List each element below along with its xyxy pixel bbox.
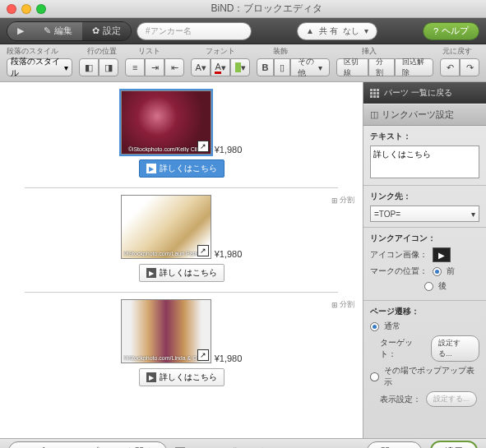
traffic-lights (7, 4, 46, 14)
anchor-input[interactable]: #アンカー名 (137, 22, 252, 40)
merge-button[interactable]: 回込解除 (395, 58, 433, 76)
product-image[interactable]: ©iStockphoto.com/Kelly Cline ↗ (121, 90, 211, 155)
content-item: ⊞分割 ©iStockphoto.com/Linda & Colin Mc ↗ … (25, 299, 338, 386)
share-dropdown[interactable]: ▲共 有なし▾ (297, 22, 377, 40)
mode-segment: ▶ ✎編集 ✿設定 (7, 21, 132, 41)
product-image[interactable]: ©iStockphoto.com/Linda & Colin Mc ↗ (121, 299, 211, 363)
paragraph-style-dropdown[interactable]: 段落のスタイル▾ (7, 58, 72, 76)
zoom-window-button[interactable] (36, 4, 46, 14)
close-window-button[interactable] (7, 4, 16, 14)
undo-button[interactable]: ↶ (440, 58, 460, 76)
list-outdent-button[interactable]: ⇤ (164, 58, 184, 76)
other-format-button[interactable]: その他▾ (290, 58, 329, 76)
titlebar: BiND：ブロックエディタ (0, 0, 486, 18)
text-input[interactable] (370, 145, 479, 178)
arrow-icon: ▶ (146, 164, 156, 173)
quote-button[interactable]: ▯ (274, 58, 291, 76)
detail-link-button[interactable]: ▶ 詳しくはこちら (139, 368, 224, 386)
help-button[interactable]: ?ヘルプ (423, 22, 479, 40)
settings-button[interactable]: ✿設定 (82, 22, 131, 40)
detail-link-button[interactable]: ▶ 詳しくはこちら (139, 264, 224, 282)
link-label: リンク先： (370, 191, 479, 202)
insert-split-button[interactable]: 分割 (368, 58, 395, 76)
bold-button[interactable]: B (257, 58, 274, 76)
arrow-icon: ▶ (146, 268, 156, 278)
window-title: BiND：ブロックエディタ (54, 2, 479, 16)
expand-icon[interactable]: ↗ (197, 245, 209, 256)
product-image[interactable]: ©iStockphoto.com/Lauri Patterson ↗ (121, 195, 211, 259)
grid-icon (370, 89, 379, 98)
content-item: ⊞分割 ©iStockphoto.com/Lauri Patterson ↗ ¥… (25, 195, 338, 282)
price-label: ¥1,980 (215, 249, 243, 259)
expand-icon[interactable]: ↗ (197, 349, 209, 361)
link-target-dropdown[interactable]: =TOP=▾ (370, 206, 479, 222)
main-toolbar: ▶ ✎編集 ✿設定 #アンカー名 ▲共 有なし▾ ?ヘルプ (0, 18, 486, 44)
main-area: ©iStockphoto.com/Kelly Cline ↗ ¥1,980 ▶ … (0, 82, 486, 438)
template-button[interactable]: ☰ ブロックテンプレートを開く (8, 441, 167, 448)
price-label: ¥1,980 (215, 353, 243, 363)
insert-divider-button[interactable]: 区切線 (336, 58, 368, 76)
font-color-button[interactable]: A▾ (211, 58, 230, 76)
position-before-radio[interactable] (433, 267, 442, 276)
format-bar: 段落のスタイル 行の位置 リスト フォント 装飾 挿入 元に戻す 段落のスタイル… (0, 44, 486, 82)
align-right-button[interactable]: ◨ (99, 58, 118, 76)
minimize-window-button[interactable] (21, 4, 31, 14)
arrow-icon: ▶ (146, 372, 156, 382)
split-marker[interactable]: ⊞分割 (331, 195, 354, 206)
play-button[interactable]: ▶ (7, 22, 34, 40)
panel-header: ◫ リンクパーツ設定 (363, 104, 486, 126)
font-button[interactable]: A▾ (191, 58, 211, 76)
list-indent-button[interactable]: ⇥ (145, 58, 164, 76)
display-settings-button: 設定する... (426, 391, 477, 407)
transition-label: ページ遷移： (370, 306, 479, 317)
canvas[interactable]: ©iStockphoto.com/Kelly Cline ↗ ¥1,980 ▶ … (0, 82, 363, 438)
split-marker[interactable]: ⊞分割 (331, 299, 354, 310)
detail-link-button[interactable]: ▶ 詳しくはこちら (139, 159, 224, 178)
highlight-button[interactable]: ▾ (230, 58, 250, 76)
edit-button[interactable]: ✎編集 (34, 22, 82, 40)
redo-button[interactable]: ↷ (460, 58, 479, 76)
close-button[interactable]: 閉じる (367, 441, 422, 448)
expand-icon[interactable]: ↗ (197, 141, 209, 152)
icon-section-label: リンクアイコン： (370, 233, 479, 244)
footer: ☰ ブロックテンプレートを開く エディタの背景を反転 閉じる 適用 (0, 438, 486, 448)
apply-button[interactable]: 適用 (430, 441, 478, 448)
align-left-button[interactable]: ◧ (79, 58, 99, 76)
transition-popup-radio[interactable] (370, 372, 379, 381)
price-label: ¥1,980 (215, 145, 243, 155)
text-label: テキスト： (370, 131, 479, 142)
transition-normal-radio[interactable] (370, 322, 379, 331)
icon-picker-button[interactable]: ▶ (433, 247, 451, 262)
content-item: ©iStockphoto.com/Kelly Cline ↗ ¥1,980 ▶ … (25, 90, 338, 178)
back-to-parts-button[interactable]: パーツ 一覧に戻る (363, 82, 486, 104)
position-after-radio[interactable] (424, 282, 433, 291)
properties-panel: パーツ 一覧に戻る ◫ リンクパーツ設定 テキスト： リンク先： =TOP=▾ … (363, 82, 486, 438)
list-bullet-button[interactable]: ≡ (125, 58, 145, 76)
target-settings-button[interactable]: 設定する... (431, 335, 479, 362)
